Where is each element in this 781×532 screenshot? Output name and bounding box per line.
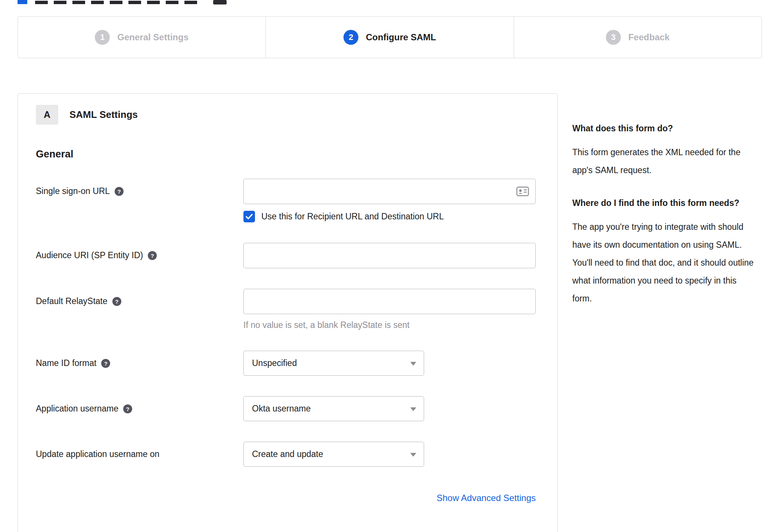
card-title: SAML Settings [69, 109, 138, 121]
field-label-wrap: Audience URI (SP Entity ID) ? [36, 243, 243, 268]
help-icon[interactable]: ? [148, 251, 157, 260]
relaystate-input[interactable] [243, 289, 536, 314]
help-icon[interactable]: ? [112, 297, 121, 306]
cropped-title-fragment [35, 1, 199, 4]
step-label: Configure SAML [366, 32, 436, 43]
field-label-wrap: Default RelayState ? [36, 289, 243, 330]
cropped-title-fragment [18, 0, 27, 4]
audience-uri-input[interactable] [243, 243, 536, 268]
chevron-down-icon [410, 362, 416, 366]
relaystate-hint: If no value is set, a blank RelayState i… [243, 320, 536, 330]
recipient-url-checkbox[interactable] [243, 211, 255, 222]
application-username-select[interactable]: Okta username [243, 396, 424, 421]
saml-settings-card: A SAML Settings General Single sign-on U… [18, 93, 558, 532]
help-icon[interactable]: ? [115, 187, 124, 196]
help-answer-2: The app you're trying to integrate with … [572, 218, 754, 307]
step-number-badge: 3 [606, 30, 621, 45]
field-label-wrap: Application username ? [36, 396, 243, 421]
general-section-heading: General [36, 148, 557, 160]
help-question-2: Where do I find the info this form needs… [572, 195, 754, 211]
step-feedback[interactable]: 3 Feedback [514, 17, 762, 58]
field-label-wrap: Update application username on [36, 442, 243, 467]
section-a-badge: A [36, 105, 58, 125]
application-username-label: Application username [36, 404, 118, 414]
field-label-wrap: Single sign-on URL ? [36, 179, 243, 222]
step-label: General Settings [117, 32, 189, 43]
recipient-url-checkbox-label: Use this for Recipient URL and Destinati… [261, 212, 444, 222]
step-label: Feedback [628, 32, 670, 43]
selected-value: Create and update [252, 449, 323, 459]
help-icon[interactable]: ? [101, 359, 110, 368]
chevron-down-icon [410, 453, 416, 457]
help-answer-1: This form generates the XML needed for t… [572, 143, 754, 179]
advanced-settings-row: Show Advanced Settings [36, 493, 536, 503]
name-id-format-row: Name ID format ? Unspecified [36, 351, 557, 376]
help-sidebar: What does this form do? This form genera… [572, 120, 754, 323]
help-question-1: What does this form do? [572, 120, 754, 137]
step-general-settings[interactable]: 1 General Settings [18, 17, 266, 58]
contact-autofill-icon[interactable] [516, 187, 529, 196]
sso-url-row: Single sign-on URL ? [36, 179, 557, 222]
update-username-select[interactable]: Create and update [243, 442, 424, 467]
cropped-page-header [0, 0, 781, 5]
relaystate-row: Default RelayState ? If no value is set,… [36, 289, 557, 330]
update-username-label: Update application username on [36, 449, 159, 459]
name-id-format-label: Name ID format [36, 358, 96, 368]
selected-value: Unspecified [252, 358, 297, 368]
update-username-row: Update application username on Create an… [36, 442, 557, 467]
cropped-icon-fragment [213, 0, 227, 4]
relaystate-label: Default RelayState [36, 296, 108, 306]
selected-value: Okta username [252, 404, 311, 414]
name-id-format-select[interactable]: Unspecified [243, 351, 424, 376]
help-icon[interactable]: ? [123, 404, 132, 413]
field-label-wrap: Name ID format ? [36, 351, 243, 376]
audience-uri-row: Audience URI (SP Entity ID) ? [36, 243, 557, 268]
show-advanced-settings-link[interactable]: Show Advanced Settings [436, 493, 536, 503]
step-number-badge: 1 [95, 30, 110, 45]
chevron-down-icon [410, 407, 416, 411]
step-configure-saml[interactable]: 2 Configure SAML [266, 17, 514, 58]
audience-uri-label: Audience URI (SP Entity ID) [36, 250, 143, 260]
sso-url-label: Single sign-on URL [36, 186, 110, 196]
card-header: A SAML Settings [36, 105, 557, 125]
application-username-row: Application username ? Okta username [36, 396, 557, 421]
wizard-stepper: 1 General Settings 2 Configure SAML 3 Fe… [18, 16, 762, 58]
step-number-badge: 2 [343, 30, 358, 45]
checkmark-icon [246, 214, 253, 219]
sso-url-input[interactable] [243, 179, 536, 204]
